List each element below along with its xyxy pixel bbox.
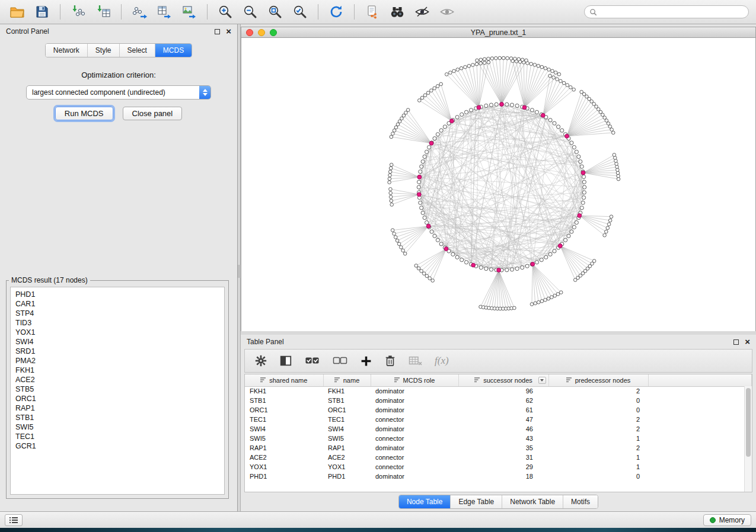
cell-name[interactable]: TEC1: [323, 415, 371, 424]
sort-dropdown-icon[interactable]: [538, 377, 546, 384]
tab-network[interactable]: Network: [46, 44, 88, 57]
mcds-result-item[interactable]: STB5: [15, 384, 219, 394]
zoom-out-button[interactable]: [240, 2, 260, 21]
show-columns-button[interactable]: [279, 354, 292, 367]
cell-successor-nodes[interactable]: 35: [458, 443, 548, 453]
mcds-result-list[interactable]: PHD1CAR1STP4TID3YOX1SWI4SRD1PMA2FKH1ACE2…: [10, 287, 225, 495]
import-network-button[interactable]: [68, 2, 88, 21]
cell-shared-name[interactable]: TEC1: [245, 415, 323, 424]
float-panel-icon[interactable]: [215, 29, 220, 34]
mcds-result-item[interactable]: STP4: [15, 309, 219, 318]
mcds-result-item[interactable]: SRD1: [15, 347, 219, 356]
table-row[interactable]: SWI5SWI5connector431: [245, 434, 752, 443]
cell-shared-name[interactable]: ACE2: [245, 453, 323, 462]
delete-column-button[interactable]: [384, 354, 396, 367]
add-column-button[interactable]: [360, 355, 372, 367]
cell-predecessor-nodes[interactable]: 2: [548, 443, 648, 453]
mcds-result-item[interactable]: FKH1: [15, 366, 219, 375]
float-table-panel-icon[interactable]: [733, 339, 739, 345]
mcds-result-item[interactable]: SWI5: [15, 422, 219, 432]
column-header-MCDS-role[interactable]: MCDS role: [371, 374, 458, 386]
show-details-button[interactable]: [437, 2, 457, 21]
cell-predecessor-nodes[interactable]: 2: [548, 424, 648, 434]
cell-successor-nodes[interactable]: 18: [458, 472, 548, 481]
cell-successor-nodes[interactable]: 47: [458, 415, 548, 424]
zoom-fit-button[interactable]: [265, 2, 285, 21]
run-mcds-button[interactable]: Run MCDS: [55, 107, 113, 120]
cell-name[interactable]: RAP1: [323, 443, 371, 453]
tab-edge-table[interactable]: Edge Table: [451, 495, 502, 508]
cell-name[interactable]: FKH1: [323, 386, 371, 396]
cell-name[interactable]: PHD1: [323, 472, 371, 481]
zoom-in-button[interactable]: [215, 2, 235, 21]
network-graph[interactable]: [241, 38, 756, 331]
export-image-button[interactable]: [179, 2, 199, 21]
cell-MCDS-role[interactable]: connector: [371, 415, 458, 424]
cell-predecessor-nodes[interactable]: 1: [548, 434, 648, 443]
cell-successor-nodes[interactable]: 96: [458, 386, 548, 396]
cell-predecessor-nodes[interactable]: 0: [548, 405, 648, 415]
select-all-button[interactable]: [304, 354, 320, 367]
cell-name[interactable]: SWI5: [323, 434, 371, 443]
cell-successor-nodes[interactable]: 29: [458, 462, 548, 472]
cell-predecessor-nodes[interactable]: 1: [548, 453, 648, 462]
mcds-result-item[interactable]: STB1: [15, 413, 219, 422]
cell-MCDS-role[interactable]: connector: [371, 434, 458, 443]
zoom-selected-button[interactable]: [290, 2, 310, 21]
cell-shared-name[interactable]: STB1: [245, 396, 323, 405]
cell-predecessor-nodes[interactable]: 2: [548, 386, 648, 396]
tab-node-table[interactable]: Node Table: [399, 495, 451, 508]
menu-button[interactable]: [5, 514, 23, 526]
cell-MCDS-role[interactable]: dominator: [371, 424, 458, 434]
cell-shared-name[interactable]: SWI4: [245, 424, 323, 434]
mcds-result-item[interactable]: SWI4: [15, 337, 219, 347]
clone-network-button[interactable]: [362, 2, 382, 21]
refresh-button[interactable]: [326, 2, 346, 21]
search-input[interactable]: [600, 8, 744, 16]
cell-MCDS-role[interactable]: dominator: [371, 405, 458, 415]
table-scrollbar[interactable]: [744, 386, 752, 492]
tab-select[interactable]: Select: [120, 44, 155, 57]
cell-name[interactable]: ACE2: [323, 453, 371, 462]
cell-MCDS-role[interactable]: connector: [371, 462, 458, 472]
cell-shared-name[interactable]: SWI5: [245, 434, 323, 443]
column-header-predecessor-nodes[interactable]: predecessor nodes: [548, 374, 648, 386]
table-row[interactable]: YOX1YOX1connector291: [245, 462, 752, 472]
tab-network-table[interactable]: Network Table: [502, 495, 563, 508]
table-row[interactable]: STB1STB1dominator620: [245, 396, 752, 405]
column-header-successor-nodes[interactable]: successor nodes: [458, 374, 548, 386]
save-session-button[interactable]: [32, 2, 52, 21]
export-table-button[interactable]: [154, 2, 174, 21]
mcds-result-item[interactable]: RAP1: [15, 403, 219, 413]
cell-MCDS-role[interactable]: dominator: [371, 443, 458, 453]
cell-successor-nodes[interactable]: 43: [458, 434, 548, 443]
close-panel-icon[interactable]: ×: [226, 28, 231, 34]
cell-MCDS-role[interactable]: dominator: [371, 396, 458, 405]
cell-MCDS-role[interactable]: connector: [371, 453, 458, 462]
cell-shared-name[interactable]: ORC1: [245, 405, 323, 415]
cell-name[interactable]: SWI4: [323, 424, 371, 434]
unselect-all-button[interactable]: [332, 354, 348, 367]
cell-shared-name[interactable]: YOX1: [245, 462, 323, 472]
close-panel-button[interactable]: Close panel: [123, 107, 183, 120]
import-table-button[interactable]: [93, 2, 113, 21]
mcds-result-item[interactable]: PHD1: [15, 290, 219, 299]
close-table-panel-icon[interactable]: ×: [745, 339, 750, 345]
hide-columns-button[interactable]: [408, 355, 423, 367]
table-row[interactable]: SWI4SWI4dominator462: [245, 424, 752, 434]
cell-successor-nodes[interactable]: 61: [458, 405, 548, 415]
cell-successor-nodes[interactable]: 62: [458, 396, 548, 405]
table-row[interactable]: PHD1PHD1dominator180: [245, 472, 752, 481]
cell-shared-name[interactable]: RAP1: [245, 443, 323, 453]
cell-predecessor-nodes[interactable]: 2: [548, 415, 648, 424]
table-row[interactable]: RAP1RAP1dominator352: [245, 443, 752, 453]
cell-predecessor-nodes[interactable]: 0: [548, 472, 648, 481]
table-row[interactable]: FKH1FKH1dominator962: [245, 386, 752, 396]
function-builder-button[interactable]: f(x): [435, 355, 449, 367]
cell-name[interactable]: YOX1: [323, 462, 371, 472]
binoculars-button[interactable]: [387, 2, 407, 21]
cell-MCDS-role[interactable]: dominator: [371, 472, 458, 481]
search-field[interactable]: [584, 5, 749, 18]
cell-name[interactable]: ORC1: [323, 405, 371, 415]
tab-mcds[interactable]: MCDS: [155, 44, 192, 57]
